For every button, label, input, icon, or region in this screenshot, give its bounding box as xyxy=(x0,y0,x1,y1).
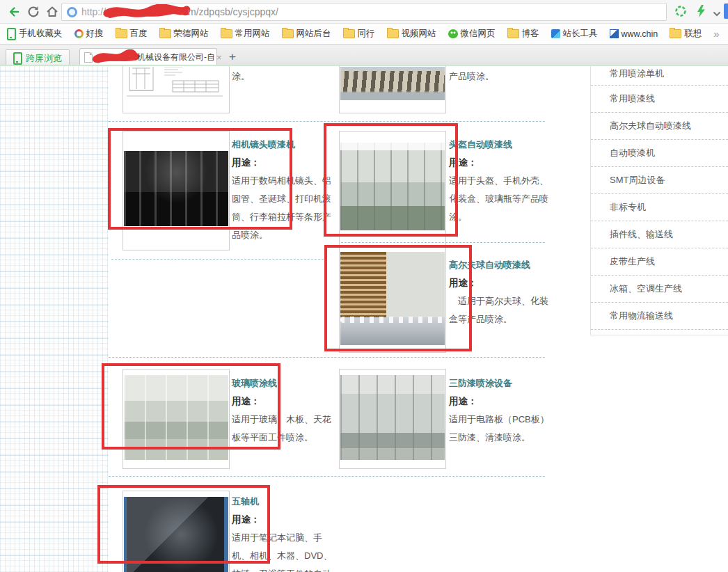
row-divider xyxy=(109,357,545,358)
folder-icon xyxy=(159,29,171,38)
tab-title: 机械设备有限公司-自动喷涂 xyxy=(137,51,215,63)
address-bar[interactable]: http:// m/zdpqsb/cysjcppqx/ xyxy=(61,3,667,21)
sidebar-item-golf-auto-paint-line[interactable]: 高尔夫球自动喷漆线 xyxy=(591,113,728,140)
toolbar-chevron-button[interactable] xyxy=(713,7,721,19)
product-title-link[interactable]: 高尔夫球自动喷漆线 xyxy=(449,256,557,274)
sidebar-item-insertion-conveyor-lines[interactable]: 插件线、输送线 xyxy=(591,221,728,248)
folder-icon xyxy=(282,29,294,38)
product-description-line: 三防漆、清漆喷涂。 xyxy=(449,429,557,447)
browser-toolbar: http:// m/zdpqsb/cysjcppqx/ xyxy=(0,0,728,24)
sidebar-item-custom-machines[interactable]: 非标专机 xyxy=(591,194,728,221)
sidebar-item-auto-paint-machine[interactable]: 自动喷漆机 xyxy=(591,140,728,167)
folder-icon xyxy=(670,29,681,38)
side-panel-edge[interactable] xyxy=(724,3,728,19)
product-image-conformal-coating[interactable] xyxy=(339,369,446,469)
haosou-ring-icon xyxy=(74,29,84,38)
phone-icon xyxy=(7,28,16,40)
usage-label: 用途： xyxy=(232,392,340,411)
cad-drawing-photo xyxy=(124,67,228,99)
product-card-conformal-coating: 三防漆喷涂设备 用途： 适用于电路板（PCB板） 三防漆、清漆喷涂。 xyxy=(449,374,557,447)
bookmark-folder-video-sites[interactable]: 视频网站 xyxy=(387,28,436,40)
folder-icon xyxy=(387,29,399,38)
folder-icon xyxy=(507,29,519,38)
product-image-camera-lens-machine[interactable] xyxy=(122,131,230,251)
product-description-line: 适用于玻璃、木板、天花 xyxy=(232,411,340,429)
row-divider xyxy=(341,242,545,243)
bookmarks-bar: 手机收藏夹 好搜 百度 荣德网站 常用网站 网站后台 同行 视频网站 微信网页 … xyxy=(0,24,728,45)
bookmark-folder-rongde[interactable]: 荣德网站 xyxy=(159,28,209,40)
row-divider xyxy=(111,259,327,260)
bookmark-folder-lenovo[interactable]: 联想 xyxy=(670,28,702,40)
bookmark-folder-site-admin[interactable]: 网站后台 xyxy=(282,28,331,40)
sidebar-item-belt-production-line[interactable]: 皮带生产线 xyxy=(591,248,728,276)
product-image-glass-line[interactable] xyxy=(122,369,230,469)
usage-label: 用途： xyxy=(232,511,340,529)
site-icon xyxy=(610,29,619,38)
usage-label: 用途： xyxy=(232,154,340,172)
product-title-link[interactable]: 相机镜头喷漆机 xyxy=(232,136,340,154)
sidebar-item-fridge-ac-lines[interactable]: 冰箱、空调生产线 xyxy=(591,276,728,303)
row-divider xyxy=(109,476,545,477)
sidebar-item-common-spray-units[interactable]: 常用喷涂单机 xyxy=(591,66,728,86)
bookmark-item-www-chin[interactable]: www.chin xyxy=(610,29,658,39)
product-title-link[interactable]: 三防漆喷涂设备 xyxy=(449,374,557,392)
sidebar-item-smt-equipment[interactable]: SMT周边设备 xyxy=(591,167,728,194)
product-card-glass-line: 玻璃喷涂线 用途： 适用于玻璃、木板、天花 板等平面工件喷涂。 xyxy=(232,374,340,447)
bookmark-folder-common-sites[interactable]: 常用网站 xyxy=(221,28,270,40)
tab-bar: 跨屏浏览 机械设备有限公司-自动喷涂 × + xyxy=(0,45,728,65)
product-description-line: 圆管、圣诞球、打印机滚 xyxy=(232,190,340,208)
product-description-line: 适用于高尔夫球、化装 xyxy=(449,292,557,310)
bookmark-item-mobile-favorites[interactable]: 手机收藏夹 xyxy=(7,28,63,40)
bookmark-folder-baidu[interactable]: 百度 xyxy=(116,28,148,40)
product-title-link[interactable]: 五轴机 xyxy=(232,493,340,511)
usage-label: 用途： xyxy=(449,274,557,292)
screen-cast-button[interactable]: 跨屏浏览 xyxy=(6,49,70,66)
product-card-five-axis: 五轴机 用途： 适用于笔记本记脑、手 机、相机、木器、DVD、 拉链、卫浴等工件… xyxy=(232,493,340,572)
product-image-machine-interior[interactable] xyxy=(339,66,446,113)
web-page-content: 涂。 产品喷涂。 相机镜头喷漆机 用途： 适用于数码相机镜头、铝 圆管、圣诞球、… xyxy=(0,66,728,572)
bookmark-folder-blog[interactable]: 博客 xyxy=(507,28,539,40)
refresh-button[interactable] xyxy=(26,4,41,19)
golf-rack-texture xyxy=(340,252,386,325)
sidebar-item-logistics-conveyor-lines[interactable]: 常用物流输送线 xyxy=(591,303,728,330)
folder-icon xyxy=(116,29,127,38)
phone-cast-icon xyxy=(13,52,22,65)
product-description-line: 适用于数码相机镜头、铝 xyxy=(232,172,340,190)
product-title-link[interactable]: 头盔自动喷漆线 xyxy=(449,136,557,154)
golf-line-photo xyxy=(340,252,445,345)
conformal-coating-photo xyxy=(340,375,445,460)
product-description-line: 机、相机、木器、DVD、 xyxy=(232,547,340,565)
speed-mode-button[interactable] xyxy=(695,4,707,21)
wechat-icon xyxy=(448,29,458,38)
lightning-icon xyxy=(695,4,707,18)
category-sidebar: 常用喷涂单机 常用喷漆线 高尔夫球自动喷漆线 自动喷漆机 SMT周边设备 非标专… xyxy=(590,66,728,335)
bookmarks-overflow-button[interactable]: » xyxy=(713,28,719,40)
row-divider xyxy=(109,121,545,122)
new-tab-button[interactable]: + xyxy=(224,49,241,65)
sidebar-item-common-paint-lines[interactable]: 常用喷漆线 xyxy=(591,86,728,113)
refresh-icon xyxy=(26,4,41,19)
active-tab[interactable]: 机械设备有限公司-自动喷涂 × xyxy=(79,48,217,65)
product-image-helmet-line[interactable] xyxy=(339,131,446,251)
bookmark-item-haosou[interactable]: 好搜 xyxy=(74,28,104,40)
page-background-pattern xyxy=(0,66,109,572)
product-image-five-axis[interactable] xyxy=(122,491,230,572)
folder-icon xyxy=(221,29,232,38)
partial-description-right: 产品喷涂。 xyxy=(449,67,557,86)
bookmark-item-chinaz[interactable]: 站长工具 xyxy=(551,28,598,40)
tab-title-redaction-scribble xyxy=(93,49,139,65)
product-title-link[interactable]: 玻璃喷涂线 xyxy=(232,374,340,392)
capture-button[interactable] xyxy=(674,4,688,21)
page-icon xyxy=(84,52,93,63)
product-description-line: 化装盒、玻璃瓶等产品喷 xyxy=(449,190,557,208)
chinaz-icon xyxy=(551,29,560,38)
bookmark-folder-peers[interactable]: 同行 xyxy=(343,28,375,40)
usage-label: 用途： xyxy=(449,392,557,411)
home-button[interactable] xyxy=(45,4,60,19)
product-image-cad-drawing[interactable] xyxy=(122,66,230,113)
tab-close-icon[interactable]: × xyxy=(216,52,222,63)
bookmark-item-wechat-web[interactable]: 微信网页 xyxy=(448,28,496,40)
product-image-golf-line[interactable] xyxy=(339,246,446,353)
back-button[interactable] xyxy=(6,4,22,19)
url-path: m/zdpqsb/cysjcppqx/ xyxy=(188,6,278,17)
